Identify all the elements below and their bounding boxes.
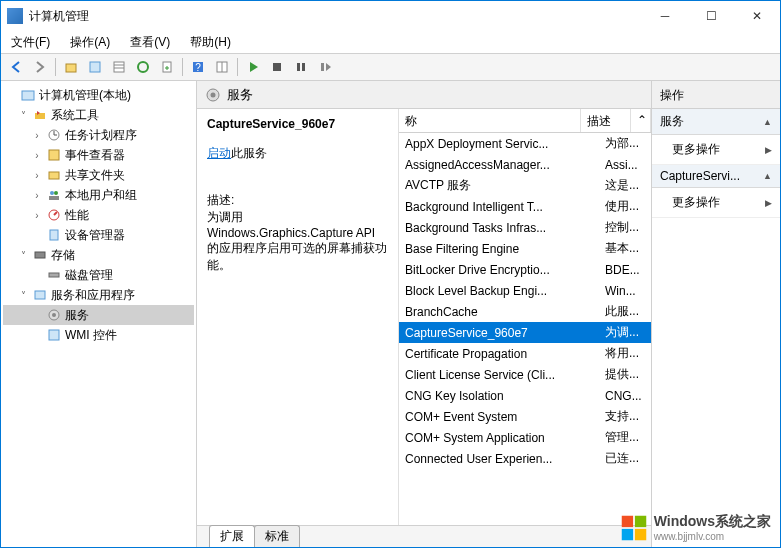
menu-action[interactable]: 操作(A) (66, 32, 114, 53)
app-icon (7, 8, 23, 24)
back-button[interactable] (5, 56, 27, 78)
center-title: 服务 (227, 86, 253, 104)
service-row[interactable]: BranchCache此服... (399, 301, 651, 322)
service-name: COM+ Event System (399, 410, 601, 424)
service-row[interactable]: Background Intelligent T...使用... (399, 196, 651, 217)
service-desc: 这是... (601, 177, 651, 194)
start-service-button[interactable] (242, 56, 264, 78)
svg-rect-0 (66, 64, 76, 72)
service-row[interactable]: BitLocker Drive Encryptio...BDE... (399, 259, 651, 280)
service-desc: Win... (601, 284, 651, 298)
service-desc: 将用... (601, 345, 651, 362)
start-service-link[interactable]: 启动 (207, 146, 231, 160)
tree-event-viewer[interactable]: ›事件查看器 (3, 145, 194, 165)
service-name: Background Tasks Infras... (399, 221, 601, 235)
pause-service-button[interactable] (290, 56, 312, 78)
tree-system-tools[interactable]: ˅系统工具 (3, 105, 194, 125)
service-row[interactable]: Background Tasks Infras...控制... (399, 217, 651, 238)
minimize-button[interactable]: ─ (642, 1, 688, 31)
menu-file[interactable]: 文件(F) (7, 32, 54, 53)
list-header[interactable]: 称 描述 ⌃ (399, 109, 651, 133)
service-row[interactable]: Client License Service (Cli...提供... (399, 364, 651, 385)
svg-rect-35 (621, 528, 632, 539)
description-label: 描述: (207, 192, 388, 209)
service-row[interactable]: AVCTP 服务这是... (399, 175, 651, 196)
restart-service-button[interactable] (314, 56, 336, 78)
svg-rect-1 (90, 62, 100, 72)
export-button[interactable] (156, 56, 178, 78)
svg-rect-12 (297, 63, 300, 71)
up-button[interactable] (60, 56, 82, 78)
service-name: COM+ System Application (399, 431, 601, 445)
service-row[interactable]: CaptureService_960e7为调... (399, 322, 651, 343)
show-hide-button[interactable] (211, 56, 233, 78)
svg-rect-2 (114, 62, 124, 72)
tree-root[interactable]: 计算机管理(本地) (3, 85, 194, 105)
actions-pane: 操作 服务▲ 更多操作▶ CaptureServi...▲ 更多操作▶ (652, 81, 780, 547)
tree-device-manager[interactable]: 设备管理器 (3, 225, 194, 245)
service-row[interactable]: AppX Deployment Servic...为部... (399, 133, 651, 154)
tree-services-apps[interactable]: ˅服务和应用程序 (3, 285, 194, 305)
actions-section-services[interactable]: 服务▲ (652, 109, 780, 135)
service-row[interactable]: AssignedAccessManager...Assi... (399, 154, 651, 175)
service-name: CaptureService_960e7 (399, 326, 601, 340)
list-button[interactable] (108, 56, 130, 78)
tab-extended[interactable]: 扩展 (209, 525, 255, 547)
tab-standard[interactable]: 标准 (254, 525, 300, 547)
service-row[interactable]: Block Level Backup Engi...Win... (399, 280, 651, 301)
service-rows[interactable]: AppX Deployment Servic...为部...AssignedAc… (399, 133, 651, 525)
service-row[interactable]: Certificate Propagation将用... (399, 343, 651, 364)
menubar: 文件(F) 操作(A) 查看(V) 帮助(H) (1, 31, 780, 53)
service-desc: 基本... (601, 240, 651, 257)
maximize-button[interactable]: ☐ (688, 1, 734, 31)
tree-shared-folders[interactable]: ›共享文件夹 (3, 165, 194, 185)
titlebar[interactable]: 计算机管理 ─ ☐ ✕ (1, 1, 780, 31)
svg-point-20 (50, 191, 54, 195)
close-button[interactable]: ✕ (734, 1, 780, 31)
tree-local-users[interactable]: ›本地用户和组 (3, 185, 194, 205)
menu-help[interactable]: 帮助(H) (186, 32, 235, 53)
forward-button[interactable] (29, 56, 51, 78)
actions-more-1[interactable]: 更多操作▶ (652, 135, 780, 165)
service-desc: 支持... (601, 408, 651, 425)
svg-rect-22 (49, 196, 59, 200)
tree-disk-management[interactable]: 磁盘管理 (3, 265, 194, 285)
service-row[interactable]: COM+ System Application管理... (399, 427, 651, 448)
svg-text:?: ? (195, 62, 201, 73)
service-desc: 为部... (601, 135, 651, 152)
service-name: BitLocker Drive Encryptio... (399, 263, 601, 277)
console-tree[interactable]: 计算机管理(本地) ˅系统工具 ›任务计划程序 ›事件查看器 ›共享文件夹 ›本… (1, 81, 197, 547)
window-title: 计算机管理 (29, 8, 642, 25)
chevron-right-icon: ▶ (765, 145, 772, 155)
service-row[interactable]: CNG Key IsolationCNG... (399, 385, 651, 406)
service-desc: 管理... (601, 429, 651, 446)
svg-point-29 (52, 313, 56, 317)
help-button[interactable]: ? (187, 56, 209, 78)
service-name: CNG Key Isolation (399, 389, 601, 403)
col-name[interactable]: 称 (399, 109, 581, 132)
service-row[interactable]: Base Filtering Engine基本... (399, 238, 651, 259)
stop-service-button[interactable] (266, 56, 288, 78)
service-name: BranchCache (399, 305, 601, 319)
tree-task-scheduler[interactable]: ›任务计划程序 (3, 125, 194, 145)
service-row[interactable]: Connected User Experien...已连... (399, 448, 651, 469)
tree-performance[interactable]: ›性能 (3, 205, 194, 225)
service-desc: 提供... (601, 366, 651, 383)
tree-services[interactable]: 服务 (3, 305, 194, 325)
svg-rect-25 (35, 252, 45, 258)
tree-storage[interactable]: ˅存储 (3, 245, 194, 265)
actions-section-capture[interactable]: CaptureServi...▲ (652, 165, 780, 188)
menu-view[interactable]: 查看(V) (126, 32, 174, 53)
properties-button[interactable] (84, 56, 106, 78)
service-name: Certificate Propagation (399, 347, 601, 361)
tree-wmi[interactable]: WMI 控件 (3, 325, 194, 345)
service-desc: 此服... (601, 303, 651, 320)
service-row[interactable]: COM+ Event System支持... (399, 406, 651, 427)
actions-more-2[interactable]: 更多操作▶ (652, 188, 780, 218)
refresh-button[interactable] (132, 56, 154, 78)
col-description[interactable]: 描述 (581, 109, 631, 132)
service-list: 称 描述 ⌃ AppX Deployment Servic...为部...Ass… (399, 109, 651, 525)
chevron-right-icon: ▶ (765, 198, 772, 208)
svg-point-21 (54, 191, 58, 195)
service-desc: Assi... (601, 158, 651, 172)
